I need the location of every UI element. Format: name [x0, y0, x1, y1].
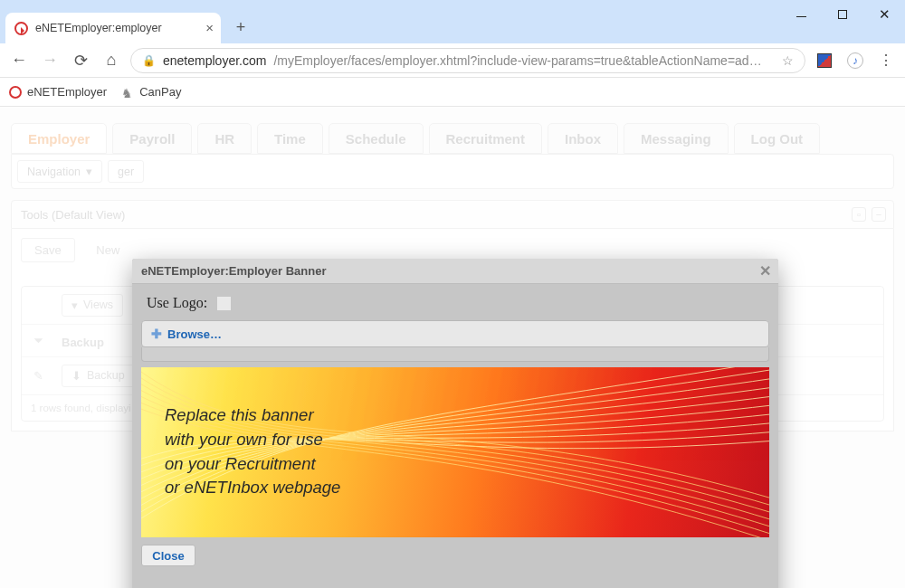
bookmark-icon: ♞ [121, 86, 134, 99]
dialog-title: eNETEmployer:Employer Banner [141, 264, 326, 278]
extension-1-icon[interactable] [813, 49, 836, 72]
home-button[interactable]: ⌂ [100, 49, 123, 72]
bookmark-icon [9, 86, 22, 99]
url-path: /myEmployer/faces/employer.xhtml?include… [273, 53, 761, 68]
banner-preview: Replace this banner with your own for us… [141, 367, 769, 537]
close-button[interactable]: Close [141, 545, 195, 566]
tab-favicon [14, 22, 28, 35]
upload-strip [141, 347, 769, 362]
use-logo-checkbox[interactable] [216, 296, 232, 311]
browse-button[interactable]: ✚ Browse… [141, 320, 769, 347]
bookmark-enetemployer[interactable]: eNETEmployer [9, 85, 107, 99]
forward-button[interactable]: → [38, 49, 62, 72]
bookmark-canpay[interactable]: ♞CanPay [121, 85, 181, 99]
window-controls: ✕ [780, 0, 905, 29]
bookmarks-bar: eNETEmployer ♞CanPay [0, 78, 905, 107]
close-window-button[interactable]: ✕ [863, 0, 905, 29]
star-icon[interactable]: ☆ [782, 53, 794, 68]
banner-text: Replace this banner with your own for us… [165, 403, 340, 500]
close-tab-icon[interactable]: × [205, 21, 214, 34]
url-domain: enetemployer.com [163, 53, 266, 68]
url-field[interactable]: 🔒 enetemployer.com/myEmployer/faces/empl… [130, 48, 805, 73]
plus-icon: ✚ [151, 327, 162, 341]
close-icon[interactable]: ✕ [759, 262, 771, 280]
reload-button[interactable]: ⟳ [69, 49, 92, 72]
new-tab-button[interactable]: + [228, 14, 253, 40]
extension-2-icon[interactable]: ♪ [843, 49, 867, 72]
use-logo-label: Use Logo: [147, 295, 207, 311]
back-button[interactable]: ← [7, 49, 31, 72]
kebab-menu-icon[interactable]: ⋮ [874, 49, 898, 72]
employer-banner-dialog: eNETEmployer:Employer Banner ✕ Use Logo:… [132, 259, 778, 588]
dialog-header[interactable]: eNETEmployer:Employer Banner ✕ [132, 259, 778, 284]
minimize-button[interactable] [780, 0, 822, 29]
window-titlebar: eNETEmployer:employer × + ✕ [0, 0, 905, 43]
lock-icon: 🔒 [142, 54, 156, 67]
tab-title: eNETEmployer:employer [35, 22, 162, 34]
address-bar: ← → ⟳ ⌂ 🔒 enetemployer.com/myEmployer/fa… [0, 43, 905, 78]
browser-tab[interactable]: eNETEmployer:employer × [5, 13, 221, 43]
maximize-button[interactable] [822, 0, 863, 29]
